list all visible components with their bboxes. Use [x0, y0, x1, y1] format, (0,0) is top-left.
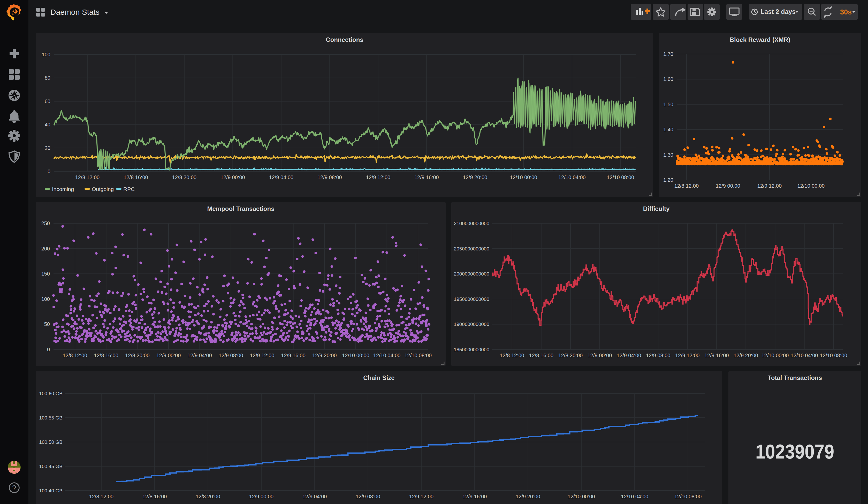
svg-text:12/8 12:00: 12/8 12:00 [500, 352, 524, 358]
svg-text:12/9 16:00: 12/9 16:00 [281, 352, 306, 358]
svg-text:12/9 00:00: 12/9 00:00 [716, 183, 740, 189]
svg-text:12/10 04:00: 12/10 04:00 [621, 494, 648, 499]
svg-text:12/10 00:00: 12/10 00:00 [510, 174, 537, 180]
svg-text:Outgoing: Outgoing [92, 186, 114, 192]
svg-text:12/9 04:00: 12/9 04:00 [302, 494, 327, 499]
svg-text:Difficulty: Difficulty [643, 205, 670, 212]
svg-text:12/8 20:00: 12/8 20:00 [172, 174, 197, 180]
svg-text:Mempool Transactions: Mempool Transactions [207, 205, 274, 212]
svg-text:Total Transactions: Total Transactions [768, 374, 822, 381]
svg-text:20: 20 [45, 145, 50, 151]
svg-text:12/9 00:00: 12/9 00:00 [588, 352, 612, 358]
svg-text:12/8 16:00: 12/8 16:00 [142, 494, 167, 499]
svg-text:12/9 00:00: 12/9 00:00 [156, 352, 181, 358]
svg-text:12/10 08:00: 12/10 08:00 [607, 174, 634, 180]
svg-text:Chain Size: Chain Size [363, 374, 394, 381]
svg-text:12/9 08:00: 12/9 08:00 [219, 352, 243, 358]
svg-text:12/9 12:00: 12/9 12:00 [250, 352, 275, 358]
svg-text:12/10 00:00: 12/10 00:00 [342, 352, 369, 358]
svg-text:12/10 08:00: 12/10 08:00 [404, 352, 432, 358]
svg-text:12/9 00:00: 12/9 00:00 [249, 494, 274, 499]
svg-text:250: 250 [41, 220, 50, 226]
svg-text:Connections: Connections [326, 36, 363, 43]
svg-text:12/9 08:00: 12/9 08:00 [318, 174, 342, 180]
svg-text:12/9 16:00: 12/9 16:00 [704, 352, 729, 358]
svg-text:12/8 12:00: 12/8 12:00 [63, 352, 87, 358]
svg-text:12/8 20:00: 12/8 20:00 [558, 352, 583, 358]
svg-text:12/10 00:00: 12/10 00:00 [568, 494, 595, 499]
svg-text:12/10 00:00: 12/10 00:00 [797, 183, 825, 189]
svg-text:12/9 08:00: 12/9 08:00 [356, 494, 380, 499]
svg-text:12/9 00:00: 12/9 00:00 [220, 174, 245, 180]
svg-text:12/10 08:00: 12/10 08:00 [820, 352, 847, 358]
svg-text:100.40 GB: 100.40 GB [39, 488, 63, 493]
svg-text:12/9 20:00: 12/9 20:00 [463, 174, 487, 180]
svg-text:12/8 16:00: 12/8 16:00 [124, 174, 148, 180]
svg-text:12/9 12:00: 12/9 12:00 [675, 352, 700, 358]
svg-text:12/9 04:00: 12/9 04:00 [269, 174, 294, 180]
svg-text:Incoming: Incoming [52, 186, 74, 192]
svg-text:100.60 GB: 100.60 GB [39, 391, 63, 396]
svg-text:12/9 12:00: 12/9 12:00 [409, 494, 434, 499]
svg-text:1900000000000: 1900000000000 [454, 321, 489, 327]
svg-text:12/9 20:00: 12/9 20:00 [516, 494, 540, 499]
svg-text:1.50: 1.50 [663, 102, 673, 107]
svg-text:12/10 04:00: 12/10 04:00 [791, 352, 818, 358]
svg-text:60: 60 [45, 99, 50, 104]
svg-text:?: ? [12, 484, 16, 492]
svg-text:150: 150 [41, 271, 50, 277]
svg-text:12/8 20:00: 12/8 20:00 [125, 352, 150, 358]
svg-text:Block Reward (XMR): Block Reward (XMR) [730, 36, 790, 43]
svg-text:RPC: RPC [123, 186, 135, 192]
svg-text:10239079: 10239079 [756, 440, 834, 463]
svg-text:1.60: 1.60 [663, 76, 673, 82]
svg-text:12/9 16:00: 12/9 16:00 [463, 494, 487, 499]
svg-text:1.70: 1.70 [663, 51, 673, 57]
svg-text:12/9 08:00: 12/9 08:00 [646, 352, 671, 358]
svg-text:12/10 00:00: 12/10 00:00 [762, 352, 789, 358]
svg-text:2100000000000: 2100000000000 [454, 221, 489, 226]
svg-text:12/8 20:00: 12/8 20:00 [196, 494, 220, 499]
svg-text:0: 0 [48, 168, 50, 174]
svg-text:12/9 20:00: 12/9 20:00 [312, 352, 337, 358]
svg-text:1850000000000: 1850000000000 [454, 347, 489, 352]
svg-text:80: 80 [45, 75, 50, 81]
svg-text:12/8 12:00: 12/8 12:00 [674, 183, 699, 189]
svg-text:12/10 04:00: 12/10 04:00 [558, 174, 586, 180]
svg-text:1.40: 1.40 [663, 127, 673, 132]
svg-text:Daemon Stats: Daemon Stats [50, 8, 100, 16]
svg-text:12/9 04:00: 12/9 04:00 [617, 352, 641, 358]
svg-text:100.55 GB: 100.55 GB [39, 415, 63, 421]
svg-text:2050000000000: 2050000000000 [454, 246, 489, 251]
svg-text:12/9 12:00: 12/9 12:00 [757, 183, 782, 189]
svg-text:12/9 04:00: 12/9 04:00 [187, 352, 212, 358]
svg-text:100.50 GB: 100.50 GB [39, 439, 63, 445]
svg-text:12/8 16:00: 12/8 16:00 [94, 352, 118, 358]
svg-text:12/10 04:00: 12/10 04:00 [373, 352, 401, 358]
svg-text:40: 40 [45, 122, 50, 127]
svg-text:2000000000000: 2000000000000 [454, 271, 489, 277]
svg-text:12/9 16:00: 12/9 16:00 [414, 174, 439, 180]
svg-text:12/8 12:00: 12/8 12:00 [75, 174, 100, 180]
svg-text:12/10 08:00: 12/10 08:00 [674, 494, 702, 499]
svg-text:100: 100 [42, 52, 50, 58]
svg-text:100.45 GB: 100.45 GB [39, 464, 63, 469]
svg-text:100: 100 [41, 296, 50, 302]
svg-text:30s: 30s [840, 8, 852, 16]
svg-text:1.30: 1.30 [663, 152, 673, 158]
svg-text:12/8 16:00: 12/8 16:00 [529, 352, 554, 358]
svg-text:12/9 12:00: 12/9 12:00 [366, 174, 391, 180]
svg-text:12/9 20:00: 12/9 20:00 [734, 352, 758, 358]
svg-text:1950000000000: 1950000000000 [454, 297, 489, 302]
svg-text:12/8 12:00: 12/8 12:00 [89, 494, 114, 499]
svg-text:1.20: 1.20 [663, 177, 673, 183]
svg-text:200: 200 [41, 246, 50, 251]
svg-text:0: 0 [47, 347, 50, 352]
svg-text:50: 50 [44, 321, 50, 327]
svg-text:Last 2 days: Last 2 days [761, 8, 796, 15]
